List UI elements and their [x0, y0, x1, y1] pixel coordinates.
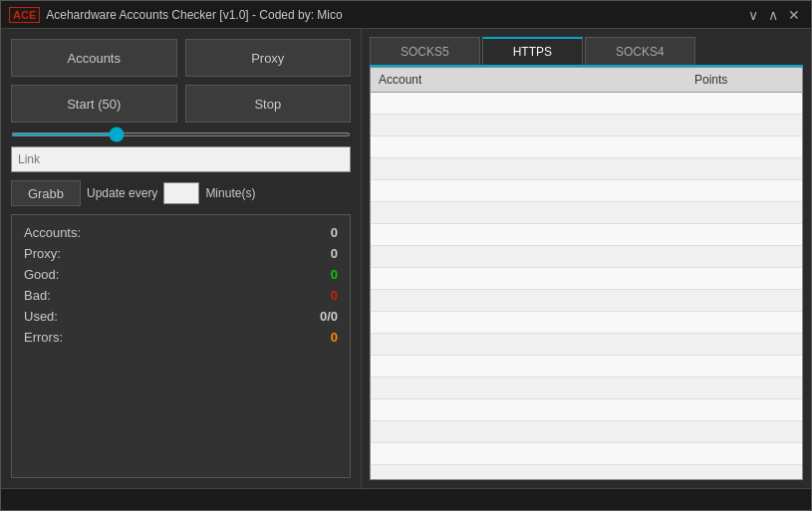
right-panel: SOCKS5 HTTPS SOCKS4 Account Points: [362, 29, 811, 488]
table-row: [371, 378, 802, 399]
table-row: [371, 136, 802, 158]
thread-slider[interactable]: [11, 132, 351, 136]
status-bar: [1, 488, 811, 510]
proxy-stat-value: 0: [308, 246, 338, 261]
minimize-button[interactable]: ∨: [745, 7, 761, 23]
bad-stat-value: 0: [308, 288, 338, 303]
errors-stat-value: 0: [308, 330, 338, 345]
table-row: [371, 115, 802, 136]
good-stat-row: Good: 0: [24, 267, 338, 282]
table-row: [371, 421, 802, 443]
column-points: Points: [694, 73, 794, 87]
table-row: [371, 334, 802, 356]
accounts-button[interactable]: Accounts: [11, 39, 177, 77]
start-button[interactable]: Start (50): [11, 85, 177, 123]
grabb-row: Grabb Update every 20 Minute(s): [11, 180, 351, 206]
used-stat-value: 0/0: [308, 309, 338, 324]
title-bar: ACE Acehardware Accounts Checker [v1.0] …: [1, 1, 811, 29]
bad-stat-row: Bad: 0: [24, 288, 338, 303]
grabb-button[interactable]: Grabb: [11, 180, 81, 206]
tab-socks5[interactable]: SOCKS5: [370, 37, 480, 65]
link-input[interactable]: [11, 146, 351, 172]
errors-stat-row: Errors: 0: [24, 330, 338, 345]
errors-stat-label: Errors:: [24, 330, 63, 345]
table-row: [371, 356, 802, 378]
tab-https[interactable]: HTTPS: [482, 37, 583, 65]
ace-logo: ACE: [9, 7, 40, 23]
good-stat-value: 0: [308, 267, 338, 282]
table-row: [371, 312, 802, 334]
title-text: Acehardware Accounts Checker [v1.0] - Co…: [46, 8, 342, 22]
tab-socks4[interactable]: SOCKS4: [585, 37, 695, 65]
title-bar-controls: ∨ ∧ ✕: [745, 7, 803, 23]
table-row: [371, 268, 802, 290]
accounts-stat-label: Accounts:: [24, 225, 81, 240]
slider-row: [11, 130, 351, 138]
used-stat-row: Used: 0/0: [24, 309, 338, 324]
stats-panel: Accounts: 0 Proxy: 0 Good: 0 Bad: 0 Used…: [11, 214, 351, 478]
table-row: [371, 443, 802, 465]
table-row: [371, 202, 802, 224]
table-row: [371, 158, 802, 180]
table-row: [371, 224, 802, 246]
table-row: [371, 246, 802, 268]
left-panel: Accounts Proxy Start (50) Stop Grabb Upd…: [1, 29, 362, 488]
top-button-row: Accounts Proxy: [11, 39, 351, 77]
update-every-label: Update every: [87, 186, 157, 200]
main-window: ACE Acehardware Accounts Checker [v1.0] …: [0, 0, 812, 511]
used-stat-label: Used:: [24, 309, 58, 324]
table-row: [371, 93, 802, 115]
close-button[interactable]: ✕: [785, 7, 803, 23]
stop-button[interactable]: Stop: [185, 85, 352, 123]
table-row: [371, 399, 802, 421]
tabs-row: SOCKS5 HTTPS SOCKS4: [370, 37, 803, 67]
accounts-stat-row: Accounts: 0: [24, 225, 338, 240]
results-table: Account Points: [370, 67, 803, 480]
title-bar-left: ACE Acehardware Accounts Checker [v1.0] …: [9, 7, 343, 23]
proxy-button[interactable]: Proxy: [185, 39, 352, 77]
start-stop-row: Start (50) Stop: [11, 85, 351, 123]
proxy-stat-row: Proxy: 0: [24, 246, 338, 261]
table-header: Account Points: [371, 68, 802, 93]
proxy-stat-label: Proxy:: [24, 246, 61, 261]
table-row: [371, 180, 802, 202]
column-account: Account: [379, 73, 694, 87]
table-rows: [371, 93, 802, 479]
table-row: [371, 290, 802, 312]
good-stat-label: Good:: [24, 267, 59, 282]
minutes-label: Minute(s): [205, 186, 255, 200]
bad-stat-label: Bad:: [24, 288, 51, 303]
update-interval-input[interactable]: 20: [163, 182, 199, 204]
content-area: Accounts Proxy Start (50) Stop Grabb Upd…: [1, 29, 811, 488]
accounts-stat-value: 0: [308, 225, 338, 240]
restore-button[interactable]: ∧: [765, 7, 781, 23]
